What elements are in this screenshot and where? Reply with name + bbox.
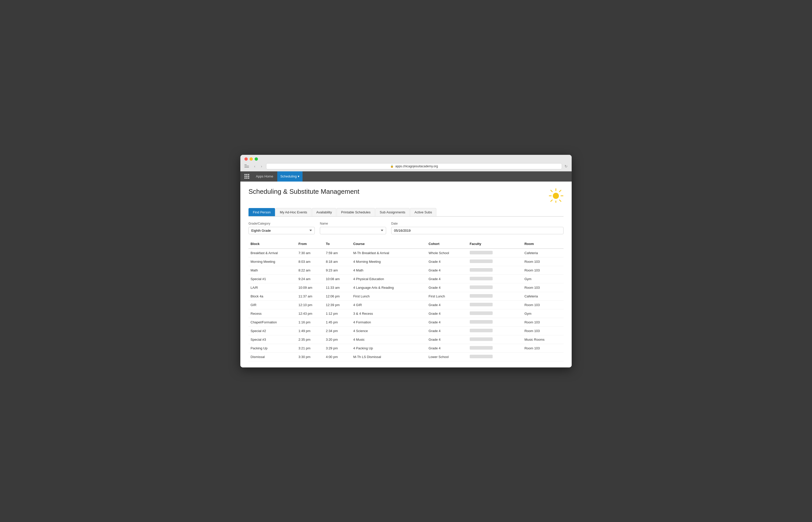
maximize-button[interactable] (255, 157, 258, 161)
address-bar[interactable]: 🔒 apps.chicagojesuitacademy.org (266, 163, 562, 169)
cell-course: 3 & 4 Recess (351, 309, 427, 318)
cell-to: 12:06 pm (324, 292, 351, 300)
faculty-placeholder (470, 268, 492, 272)
table-row[interactable]: Breakfast & Arrival7:30 am7:59 amM-Th Br… (249, 248, 563, 257)
cell-from: 2:35 pm (296, 335, 324, 344)
cell-cohort: Grade 4 (427, 344, 468, 353)
tab-printable-schedules[interactable]: Printable Schedules (337, 208, 375, 216)
cell-cohort: Grade 4 (427, 335, 468, 344)
cell-faculty (468, 257, 522, 266)
cell-block: Recess (249, 309, 296, 318)
sidebar-toggle-icon[interactable] (245, 164, 249, 168)
svg-line-7 (559, 190, 561, 192)
cell-block: Morning Meeting (249, 257, 296, 266)
cell-cohort: Grade 4 (427, 283, 468, 292)
faculty-placeholder (470, 251, 492, 254)
table-row[interactable]: Chapel/Formation1:16 pm1:45 pm4 Formatio… (249, 318, 563, 326)
table-row[interactable]: Special #21:49 pm2:34 pm4 ScienceGrade 4… (249, 326, 563, 335)
cell-room: Gym (522, 309, 563, 318)
schedule-table: Block From To Course Cohort Faculty Room… (249, 239, 563, 361)
nav-back-button[interactable]: ‹ (253, 164, 257, 169)
cell-from: 10:09 am (296, 283, 324, 292)
table-row[interactable]: Special #32:35 pm3:20 pm4 MusicGrade 4Mu… (249, 335, 563, 344)
cell-from: 3:30 pm (296, 353, 324, 361)
faculty-placeholder (470, 259, 492, 263)
table-header-row: Block From To Course Cohort Faculty Room (249, 239, 563, 248)
cell-course: M-Th Breakfast & Arrival (351, 248, 427, 257)
table-row[interactable]: GIR12:10 pm12:39 pm4 GIRGrade 4Room 103 (249, 300, 563, 309)
cell-faculty (468, 283, 522, 292)
cell-cohort: Grade 4 (427, 309, 468, 318)
nav-apps-home[interactable]: Apps Home (253, 172, 276, 182)
table-row[interactable]: Special #19:24 am10:08 am4 Physical Educ… (249, 275, 563, 283)
cell-block: Chapel/Formation (249, 318, 296, 326)
tab-my-adhoc-events[interactable]: My Ad-Hoc Events (275, 208, 311, 216)
tab-find-person[interactable]: Find Person (249, 208, 275, 216)
cell-to: 12:39 pm (324, 300, 351, 309)
faculty-placeholder (470, 277, 492, 280)
table-row[interactable]: Dismissal3:30 pm4:00 pmM-Th LS Dismissal… (249, 353, 563, 361)
grade-label: Grade/Category (249, 222, 315, 225)
cell-block: Breakfast & Arrival (249, 248, 296, 257)
tab-sub-assignments[interactable]: Sub Assignments (375, 208, 410, 216)
cell-block: Special #1 (249, 275, 296, 283)
minimize-button[interactable] (250, 157, 253, 161)
table-row[interactable]: Morning Meeting8:03 am8:18 am4 Morning M… (249, 257, 563, 266)
browser-chrome: ‹ › 🔒 apps.chicagojesuitacademy.org ↻ (240, 155, 572, 172)
reload-button[interactable]: ↻ (564, 164, 567, 168)
grade-select[interactable]: Eighth Grade (249, 227, 315, 234)
browser-toolbar: ‹ › 🔒 apps.chicagojesuitacademy.org ↻ (245, 163, 567, 172)
tabs-container: Find Person My Ad-Hoc Events Availabilit… (249, 208, 563, 217)
cell-cohort: Grade 4 (427, 318, 468, 326)
cell-cohort: Grade 4 (427, 266, 468, 275)
date-filter-group: Date (391, 222, 563, 234)
col-header-from: From (296, 239, 324, 248)
date-input[interactable] (391, 227, 563, 234)
faculty-placeholder (470, 320, 492, 324)
table-row[interactable]: Block 4a11:37 am12:06 pmFirst LunchFirst… (249, 292, 563, 300)
cell-cohort: Grade 4 (427, 326, 468, 335)
tab-active-subs[interactable]: Active Subs (410, 208, 436, 216)
lock-icon: 🔒 (390, 164, 394, 168)
faculty-placeholder (470, 329, 492, 332)
cell-room: Room 103 (522, 344, 563, 353)
cell-from: 8:22 am (296, 266, 324, 275)
cell-faculty (468, 353, 522, 361)
main-content: Scheduling & Substitute Management Find … (240, 182, 572, 367)
url-text: apps.chicagojesuitacademy.org (395, 164, 438, 168)
filters-container: Grade/Category Eighth Grade Name Date (249, 222, 563, 234)
cell-cohort: Lower School (427, 353, 468, 361)
cell-faculty (468, 318, 522, 326)
cell-faculty (468, 292, 522, 300)
cell-from: 12:10 pm (296, 300, 324, 309)
cell-to: 1:45 pm (324, 318, 351, 326)
cell-from: 1:49 pm (296, 326, 324, 335)
table-row[interactable]: Math8:22 am9:23 am4 MathGrade 4Room 103 (249, 266, 563, 275)
col-header-faculty: Faculty (468, 239, 522, 248)
cell-course: M-Th LS Dismissal (351, 353, 427, 361)
cell-from: 7:30 am (296, 248, 324, 257)
col-header-to: To (324, 239, 351, 248)
nav-scheduling[interactable]: Scheduling ▾ (277, 172, 303, 182)
cell-to: 1:12 pm (324, 309, 351, 318)
cell-cohort: First Lunch (427, 292, 468, 300)
table-row[interactable]: Packing Up3:21 pm3:29 pm4 Packing UpGrad… (249, 344, 563, 353)
name-select[interactable] (320, 227, 386, 234)
cell-from: 8:03 am (296, 257, 324, 266)
tab-availability[interactable]: Availability (312, 208, 336, 216)
cell-course: 4 Morning Meeting (351, 257, 427, 266)
close-button[interactable] (245, 157, 248, 161)
cell-to: 8:18 am (324, 257, 351, 266)
table-row[interactable]: LA/R10:09 am11:33 am4 Language Arts & Re… (249, 283, 563, 292)
cell-to: 3:29 pm (324, 344, 351, 353)
cell-room (522, 353, 563, 361)
name-label: Name (320, 222, 386, 225)
cell-course: 4 Language Arts & Reading (351, 283, 427, 292)
svg-line-5 (551, 190, 552, 192)
apps-grid-icon[interactable] (245, 174, 249, 179)
table-row[interactable]: Recess12:43 pm1:12 pm3 & 4 RecessGrade 4… (249, 309, 563, 318)
cell-to: 2:34 pm (324, 326, 351, 335)
cell-to: 7:59 am (324, 248, 351, 257)
cell-to: 3:20 pm (324, 335, 351, 344)
nav-forward-button[interactable]: › (259, 164, 264, 169)
